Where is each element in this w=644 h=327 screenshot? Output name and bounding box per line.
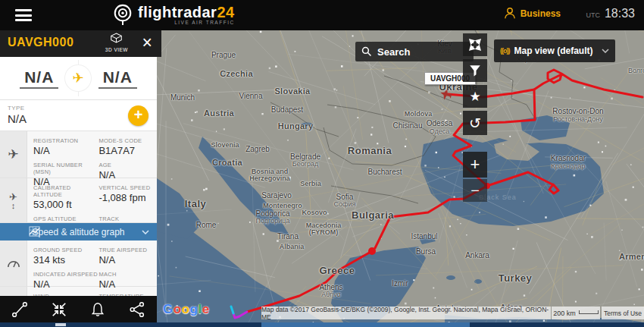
info-label: GROUND SPEED xyxy=(33,247,98,253)
info-label: MACH xyxy=(98,271,157,278)
expand-arrows-icon xyxy=(468,38,482,52)
radar-logo-icon xyxy=(112,3,133,26)
flightradar24-logo[interactable]: flightradar24 LIVE AIR TRAFFIC xyxy=(112,3,235,26)
user-icon xyxy=(504,7,516,20)
info-value: 53,000 ft xyxy=(33,199,98,210)
menu-button[interactable] xyxy=(15,9,32,21)
zoom-in-button[interactable]: + xyxy=(463,152,487,178)
info-label: GPS ALTITUDE xyxy=(33,215,98,222)
google-logo: Google xyxy=(163,302,210,317)
fullscreen-button[interactable] xyxy=(463,33,487,56)
route-plane-badge: ✈ xyxy=(65,65,91,91)
map-attribution: Map data ©2017 GeoBasis-DE/BKG (©2009), … xyxy=(261,307,551,319)
collapse-arrows-icon xyxy=(51,301,67,318)
account-label: Business xyxy=(521,8,561,19)
speedometer-icon xyxy=(0,241,27,286)
info-label: CALIBRATED ALTITUDE xyxy=(33,184,98,198)
speed-altitude-graph-toggle[interactable]: Speed & altitude graph xyxy=(0,223,157,241)
route-icon xyxy=(11,301,28,318)
cube-3d-icon xyxy=(111,33,122,43)
map-view-selector-label: Map view (default) xyxy=(514,46,598,56)
history-arrow-icon: ↺ xyxy=(469,116,481,130)
map-scale-rule xyxy=(579,310,599,314)
share-icon xyxy=(129,301,145,318)
flightradar24-app: GermanyPragueCzechiaMunichViennaSlovakia… xyxy=(0,0,644,327)
flight-trail-node xyxy=(368,247,376,255)
brand-text: flightradar xyxy=(138,4,217,20)
destination-airport: N/A xyxy=(98,68,137,89)
map-canvas[interactable]: GermanyPragueCzechiaMunichViennaSlovakia… xyxy=(157,30,644,327)
aircraft-icon: ✈ xyxy=(0,131,27,178)
chevron-down-icon xyxy=(142,230,149,234)
info-value: N/A xyxy=(33,145,98,156)
bell-icon xyxy=(90,301,105,318)
clock-timezone: UTC xyxy=(586,11,600,19)
info-label: TRACK xyxy=(98,215,157,222)
alerts-button[interactable] xyxy=(88,300,108,319)
map-base-layer xyxy=(157,30,644,327)
panel-action-bar xyxy=(0,296,157,322)
radar-waves-icon: ((o)) xyxy=(500,47,510,55)
clock-time: 18:33 xyxy=(605,7,635,20)
filter-button[interactable] xyxy=(463,59,487,82)
terms-of-use-link[interactable]: Terms of Use xyxy=(602,307,644,319)
brand-accent-text: 24 xyxy=(217,4,234,20)
origin-airport: N/A xyxy=(20,68,58,89)
aircraft-type-row: TYPE N/A + xyxy=(0,100,157,131)
zoom-out-button[interactable]: − xyxy=(463,179,487,202)
utc-clock: UTC 18:33 xyxy=(586,7,635,20)
speed-info-section: GROUND SPEED314 kts TRUE AIRSPEEDN/A IND… xyxy=(0,241,157,287)
altitude-info-section: ✈↕ CALIBRATED ALTITUDE53,000 ft VERTICAL… xyxy=(0,178,157,223)
info-label: AGE xyxy=(98,162,157,168)
graph-icon xyxy=(29,226,40,237)
plus-icon: + xyxy=(470,156,480,173)
selected-aircraft-icon[interactable] xyxy=(439,86,453,102)
airplane-icon: ✈ xyxy=(72,70,83,86)
bottom-panel-chip xyxy=(55,323,66,326)
info-cell: REGISTRATIONN/A xyxy=(33,137,98,156)
info-cell: TRUE AIRSPEEDN/A xyxy=(98,247,157,266)
app-header: flightradar24 LIVE AIR TRAFFIC Business … xyxy=(0,0,644,30)
flight-panel-header: UAVGH000 3D VIEW × xyxy=(0,30,161,57)
info-label: MODE-S CODE xyxy=(98,137,157,144)
chevron-down-icon xyxy=(602,49,609,53)
info-label: INDICATED AIRSPEED xyxy=(33,271,98,278)
route-summary: N/A ✈ N/A xyxy=(0,57,157,100)
altitude-icon: ✈↕ xyxy=(0,178,27,222)
info-label: SERIAL NUMBER (MSN) xyxy=(33,162,98,175)
map-search-box[interactable] xyxy=(355,42,474,61)
info-cell: CALIBRATED ALTITUDE53,000 ft xyxy=(33,184,98,210)
funnel-icon xyxy=(468,64,482,77)
3d-view-button[interactable]: 3D VIEW xyxy=(105,33,128,52)
share-button[interactable] xyxy=(127,300,147,319)
map-view-selector[interactable]: ((o)) Map view (default) xyxy=(494,39,615,62)
info-cell: VERTICAL SPEED-1,088 fpm xyxy=(98,184,157,210)
info-value: N/A xyxy=(98,254,157,266)
info-label: VERTICAL SPEED xyxy=(98,184,157,191)
collapse-panel-button[interactable] xyxy=(49,300,69,319)
info-label: REGISTRATION xyxy=(33,137,98,144)
search-input[interactable] xyxy=(377,46,461,58)
minus-icon: − xyxy=(470,183,480,198)
3d-view-label: 3D VIEW xyxy=(105,47,128,52)
favorites-button[interactable]: ★ xyxy=(463,85,487,108)
info-value: -1,088 fpm xyxy=(98,192,157,203)
close-panel-button[interactable]: × xyxy=(142,32,152,53)
flight-detail-panel: UAVGH000 3D VIEW × N/A ✈ N/A TYPE N/A + xyxy=(0,30,157,327)
map-scale-label: 200 km xyxy=(553,310,576,317)
info-value: B1A7A7 xyxy=(98,145,157,156)
add-type-button[interactable]: + xyxy=(128,105,148,126)
account-menu[interactable]: Business xyxy=(504,7,561,20)
info-value: 314 kts xyxy=(33,254,98,266)
flight-callsign: UAVGH000 xyxy=(8,36,73,49)
bottom-panel-edge xyxy=(0,322,644,327)
info-cell: GROUND SPEED314 kts xyxy=(33,247,98,266)
info-label: TRUE AIRSPEED xyxy=(98,247,157,253)
search-icon xyxy=(361,46,372,57)
map-scale-control: 200 km xyxy=(552,307,600,319)
show-route-button[interactable] xyxy=(10,300,30,319)
aircraft-info-section: ✈ REGISTRATIONN/A MODE-S CODEB1A7A7 SERI… xyxy=(0,131,157,178)
playback-button[interactable]: ↺ xyxy=(463,111,487,135)
star-icon: ★ xyxy=(469,90,480,103)
bottom-panel-segment xyxy=(261,322,470,327)
